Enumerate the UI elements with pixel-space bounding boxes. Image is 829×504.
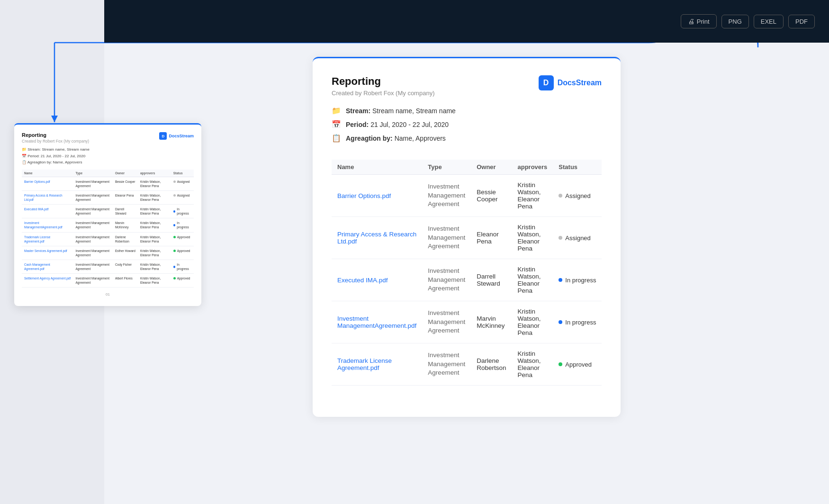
status-text: Assigned [565, 234, 590, 242]
small-cell-name: Master Services Agreement.pdf [22, 246, 73, 260]
small-brand-icon: D [159, 132, 167, 140]
small-table-row: Executed IMA.pdf Investment Management A… [22, 205, 194, 218]
file-link[interactable]: Investment ManagementAgreement.pdf [337, 315, 416, 329]
cell-name[interactable]: Investment ManagementAgreement.pdf [332, 301, 422, 343]
small-cell-approvers: Kristin Watson, Eleanor Pena [138, 260, 171, 273]
status-dot [559, 320, 562, 324]
small-cell-owner: Bessie Cooper [113, 177, 138, 190]
table-row: Barrier Options.pdf Investment Managemen… [332, 175, 602, 217]
small-status-text: Approved [177, 276, 190, 280]
small-table: Name Type Owner approvers Status Barrier… [22, 170, 194, 288]
cell-name[interactable]: Executed IMA.pdf [332, 259, 422, 301]
brand-icon: D [539, 75, 554, 90]
col-approvers: approvers [512, 160, 553, 175]
cell-owner: Eleanor Pena [471, 217, 512, 259]
small-brand: D DocsStream [159, 132, 194, 140]
small-cell-approvers: Kristin Watson, Eleanor Pena [138, 232, 171, 246]
print-icon: 🖨 [688, 18, 694, 25]
print-button[interactable]: 🖨 Print [681, 14, 717, 28]
brand-name: DocsStream [558, 79, 602, 87]
report-subtitle: Created by Robert Fox (My company) [332, 90, 434, 97]
meta-stream-row: 📁 Stream: Stream name, Stream name [332, 106, 602, 115]
col-status: Status [553, 160, 602, 175]
small-status-dot [173, 250, 176, 252]
small-cell-name: Investment ManagementAgreement.pdf [22, 218, 73, 232]
small-status-text: Approved [177, 249, 190, 253]
small-col-status: Status [171, 170, 194, 177]
small-cell-type: Investment Management Agreement [73, 260, 112, 273]
cell-owner: Darlene Robertson [471, 343, 512, 386]
small-card-meta: 📁 Stream: Stream name, Stream name 📅 Per… [22, 146, 194, 166]
small-cell-type: Investment Management Agreement [73, 232, 112, 246]
stream-value: Stream name, Stream name [372, 107, 456, 115]
svg-marker-0 [51, 116, 58, 122]
small-status-dot [173, 180, 176, 183]
small-cell-type: Investment Management Agreement [73, 218, 112, 232]
cell-approvers: Kristin Watson, Eleanor Pena [512, 217, 553, 259]
status-text: Approved [565, 361, 592, 368]
file-link[interactable]: Barrier Options.pdf [337, 192, 391, 199]
report-title: Reporting [332, 75, 434, 88]
cell-name[interactable]: Trademark License Agreement.pdf [332, 343, 422, 386]
small-col-type: Type [73, 170, 112, 177]
table-row: Trademark License Agreement.pdf Investme… [332, 343, 602, 386]
cell-owner: Bessie Cooper [471, 175, 512, 217]
small-cell-approvers: Kristin Watson, Eleanor Pena [138, 190, 171, 204]
small-status-dot [173, 266, 176, 268]
cell-type: Investment Management Agreement [422, 343, 471, 386]
small-status-dot [173, 194, 176, 197]
status-dot [559, 194, 562, 198]
small-status-dot [173, 277, 176, 279]
small-cell-name: Trademark License Agreement.pdf [22, 232, 73, 246]
small-cell-status: Assigned [171, 190, 194, 204]
main-area: Reporting Created by Robert Fox (My comp… [104, 43, 829, 504]
status-dot [559, 236, 562, 240]
top-bar: 🖨 Print PNG EXEL PDF [104, 0, 829, 43]
cell-approvers: Kristin Watson, Eleanor Pena [512, 175, 553, 217]
png-button[interactable]: PNG [721, 15, 749, 28]
file-link[interactable]: Trademark License Agreement.pdf [337, 357, 392, 371]
small-cell-approvers: Kristin Watson, Eleanor Pena [138, 274, 171, 288]
status-text: Assigned [565, 192, 590, 199]
meta-period-row: 📅 Period: 21 Jul, 2020 - 22 Jul, 2020 [332, 120, 602, 129]
small-cell-approvers: Kristin Watson, Eleanor Pena [138, 177, 171, 190]
small-cell-name: Primary Access & Research Ltd.pdf [22, 190, 73, 204]
file-link[interactable]: Executed IMA.pdf [337, 277, 388, 284]
cell-type: Investment Management Agreement [422, 217, 471, 259]
small-cell-type: Investment Management Agreement [73, 246, 112, 260]
file-link[interactable]: Primary Access & Research Ltd.pdf [337, 231, 416, 245]
small-cell-owner: Darrell Steward [113, 205, 138, 218]
small-cell-name: Cash Management Agreement.pdf [22, 260, 73, 273]
small-card-header: Reporting Created by Robert Fox (My comp… [22, 132, 194, 144]
small-col-name: Name [22, 170, 73, 177]
small-cell-status: In progress [171, 260, 194, 273]
cell-approvers: Kristin Watson, Eleanor Pena [512, 301, 553, 343]
cell-type: Investment Management Agreement [422, 259, 471, 301]
small-status-dot [173, 210, 176, 213]
cell-name[interactable]: Primary Access & Research Ltd.pdf [332, 217, 422, 259]
cell-type: Investment Management Agreement [422, 175, 471, 217]
agreagtion-icon: 📋 [332, 134, 341, 143]
period-icon: 📅 [332, 120, 341, 129]
exel-button[interactable]: EXEL [754, 15, 784, 28]
status-dot [559, 278, 562, 282]
small-cell-type: Investment Management Agreement [73, 177, 112, 190]
stream-icon: 📁 [332, 106, 341, 115]
small-cell-name: Executed IMA.pdf [22, 205, 73, 218]
brand-logo: D DocsStream [539, 75, 602, 90]
small-brand-name: DocsStream [169, 134, 194, 138]
small-status-text: In progress [177, 221, 191, 229]
small-card: Reporting Created by Robert Fox (My comp… [14, 123, 201, 306]
small-meta-stream: 📁 Stream: Stream name, Stream name [22, 146, 194, 153]
pdf-button[interactable]: PDF [788, 15, 815, 28]
small-card-title: Reporting [22, 132, 89, 138]
small-cell-name: Barrier Options.pdf [22, 177, 73, 190]
small-table-header-row: Name Type Owner approvers Status [22, 170, 194, 177]
small-cell-approvers: Kristin Watson, Eleanor Pena [138, 246, 171, 260]
cell-status: Assigned [553, 217, 602, 259]
table-header-row: Name Type Owner approvers Status [332, 160, 602, 175]
small-table-row: Primary Access & Research Ltd.pdf Invest… [22, 190, 194, 204]
cell-name[interactable]: Barrier Options.pdf [332, 175, 422, 217]
png-label: PNG [729, 18, 742, 25]
small-cell-status: Assigned [171, 177, 194, 190]
